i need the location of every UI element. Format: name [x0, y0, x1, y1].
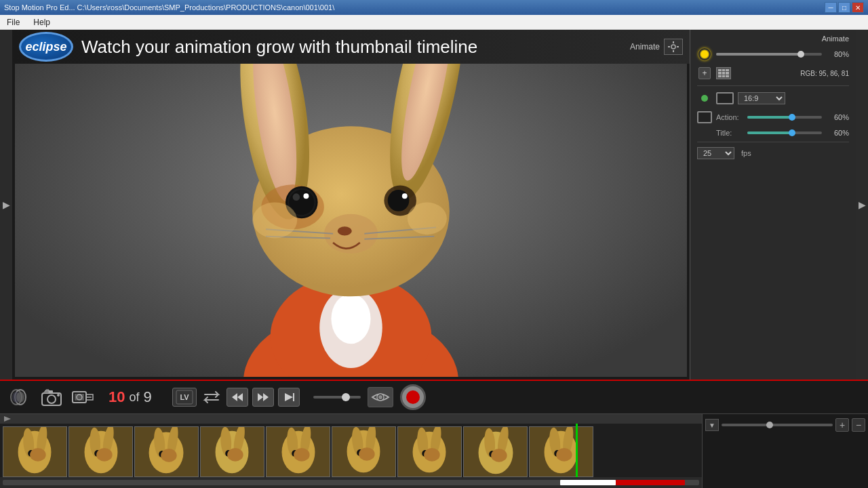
- brightness-track[interactable]: [716, 53, 822, 56]
- svg-rect-1: [673, 41, 674, 43]
- minimize-button[interactable]: ─: [825, 2, 837, 13]
- timeline-right-panel: ▼ + −: [702, 414, 868, 488]
- zoom-in-button[interactable]: +: [835, 418, 849, 432]
- svg-point-27: [338, 226, 352, 235]
- thumbnail-7[interactable]: [397, 426, 462, 477]
- timeline-header: [0, 414, 702, 424]
- svg-point-32: [252, 203, 297, 239]
- svg-point-93: [359, 447, 374, 461]
- svg-point-99: [424, 448, 439, 462]
- video-area: eclipse Watch your animation grow with t…: [12, 30, 690, 380]
- action-value: 60%: [826, 113, 849, 121]
- title-label: Title:: [716, 129, 743, 137]
- thumbnail-area: [0, 414, 702, 488]
- zoom-out-button[interactable]: −: [852, 418, 865, 432]
- svg-marker-49: [232, 393, 237, 401]
- video-canvas: [15, 64, 687, 377]
- action-screen-icon: [697, 110, 712, 125]
- thumbnail-1[interactable]: [3, 426, 67, 477]
- brightness-slider-container[interactable]: [716, 53, 822, 56]
- grid-icon[interactable]: [716, 66, 731, 81]
- svg-point-111: [556, 448, 572, 462]
- step-back-button[interactable]: [226, 388, 248, 407]
- aspect-select[interactable]: 16:9 4:3 1:1: [738, 92, 785, 104]
- maximize-button[interactable]: □: [838, 2, 850, 13]
- thumbnail-8[interactable]: [463, 426, 528, 477]
- thumbnail-5[interactable]: [266, 426, 330, 477]
- thumbnail-3[interactable]: [134, 426, 199, 477]
- zoom-track[interactable]: [722, 424, 833, 426]
- right-arrow[interactable]: ▶: [856, 30, 868, 380]
- eye-button[interactable]: [368, 387, 393, 407]
- animate-label: Animate: [630, 42, 660, 52]
- fps-label: fps: [741, 149, 751, 157]
- top-banner: eclipse Watch your animation grow with t…: [12, 30, 690, 64]
- svg-point-38: [16, 392, 24, 403]
- scroll-thumb-white: [560, 480, 616, 485]
- settings-icon[interactable]: [664, 39, 683, 55]
- action-row: Action: 60%: [693, 108, 853, 127]
- video-frame: [15, 64, 687, 377]
- grid-button[interactable]: [716, 67, 731, 79]
- brightness-icon: [697, 47, 712, 62]
- thumbnail-4[interactable]: [200, 426, 264, 477]
- menu-help[interactable]: Help: [29, 16, 54, 28]
- svg-point-22: [303, 193, 309, 199]
- timeline-arrow-icon: [3, 415, 12, 423]
- thumbnail-2[interactable]: [68, 426, 133, 477]
- zoom-thumb[interactable]: [766, 422, 773, 428]
- title-thumb[interactable]: [789, 129, 795, 136]
- action-track[interactable]: [747, 116, 822, 119]
- svg-point-42: [57, 394, 60, 396]
- plus-btn-icon[interactable]: +: [697, 66, 712, 81]
- timeline-scrollbar[interactable]: [0, 477, 702, 488]
- close-button[interactable]: ✕: [852, 2, 864, 13]
- playback-controls: LV: [172, 388, 300, 407]
- title-bar-controls: ─ □ ✕: [825, 2, 864, 13]
- scroll-track[interactable]: [3, 480, 699, 485]
- speed-thumb[interactable]: [342, 393, 350, 401]
- thumbnail-9[interactable]: [529, 426, 593, 477]
- timeline-dropdown-button[interactable]: ▼: [705, 419, 719, 431]
- brightness-thumb[interactable]: [797, 51, 804, 58]
- svg-point-87: [294, 448, 309, 462]
- title-bar-text: Stop Motion Pro Ed... C:\Users\ross\Docu…: [4, 3, 334, 12]
- lv-button[interactable]: LV: [172, 388, 197, 407]
- action-slider-container[interactable]: [747, 116, 822, 119]
- svg-text:LV: LV: [180, 393, 189, 401]
- svg-marker-57: [4, 416, 11, 422]
- onion-skin-button[interactable]: [8, 387, 33, 407]
- sequence-icon-btn[interactable]: [71, 387, 95, 407]
- left-arrow[interactable]: ▶: [0, 30, 12, 380]
- fps-row: 25 24 30 12 6 fps: [693, 145, 853, 161]
- eclipse-logo-text: eclipse: [25, 40, 66, 54]
- speed-slider[interactable]: [313, 396, 361, 399]
- svg-point-63: [30, 448, 45, 462]
- total-frames: 9: [144, 388, 152, 406]
- speed-track[interactable]: [313, 396, 361, 399]
- record-inner: [406, 390, 420, 404]
- svg-marker-53: [285, 393, 293, 401]
- camera-icon-btn[interactable]: [39, 387, 64, 407]
- action-thumb[interactable]: [789, 114, 795, 121]
- eclipse-logo: eclipse: [19, 32, 73, 62]
- step-forward-button[interactable]: [252, 388, 274, 407]
- svg-rect-3: [668, 46, 670, 47]
- swap-button[interactable]: [201, 388, 222, 407]
- thumbnail-6[interactable]: [332, 426, 396, 477]
- record-button[interactable]: [400, 384, 426, 410]
- brightness-fill: [716, 53, 801, 56]
- fps-select[interactable]: 25 24 30 12 6: [697, 147, 734, 159]
- svg-point-81: [227, 448, 243, 462]
- menu-file[interactable]: File: [3, 16, 24, 28]
- svg-rect-2: [673, 50, 674, 52]
- thumbnail-strip: [0, 424, 702, 477]
- svg-marker-52: [263, 393, 269, 401]
- svg-marker-51: [258, 393, 263, 401]
- play-button[interactable]: [278, 388, 300, 407]
- right-panel: Animate 80% +: [690, 30, 856, 380]
- title-track[interactable]: [747, 131, 822, 134]
- svg-point-56: [378, 395, 382, 399]
- title-slider-container[interactable]: [747, 131, 822, 134]
- plus-button[interactable]: +: [698, 67, 711, 79]
